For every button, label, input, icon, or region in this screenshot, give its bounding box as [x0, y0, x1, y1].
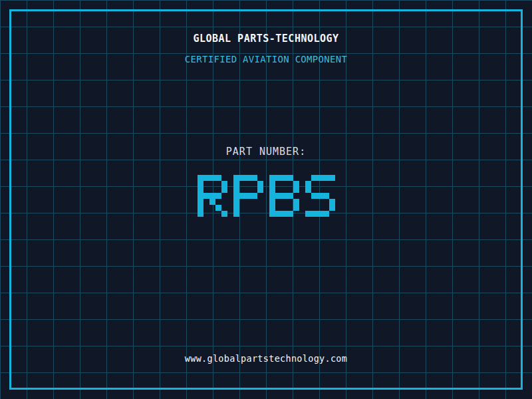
- part-number-letter: [269, 175, 299, 217]
- website-url: www.globalpartstechnology.com: [0, 353, 532, 364]
- part-number-letter: [305, 175, 335, 217]
- part-number-letter: [233, 175, 263, 217]
- part-number-letter: [198, 175, 227, 217]
- certification-subtitle: CERTIFIED AVIATION COMPONENT: [0, 54, 532, 65]
- part-number-label: PART NUMBER:: [0, 146, 532, 158]
- certificate-background: GLOBAL PARTS-TECHNOLOGY CERTIFIED AVIATI…: [0, 0, 532, 399]
- part-number-value: [0, 175, 532, 217]
- company-title: GLOBAL PARTS-TECHNOLOGY: [0, 33, 532, 45]
